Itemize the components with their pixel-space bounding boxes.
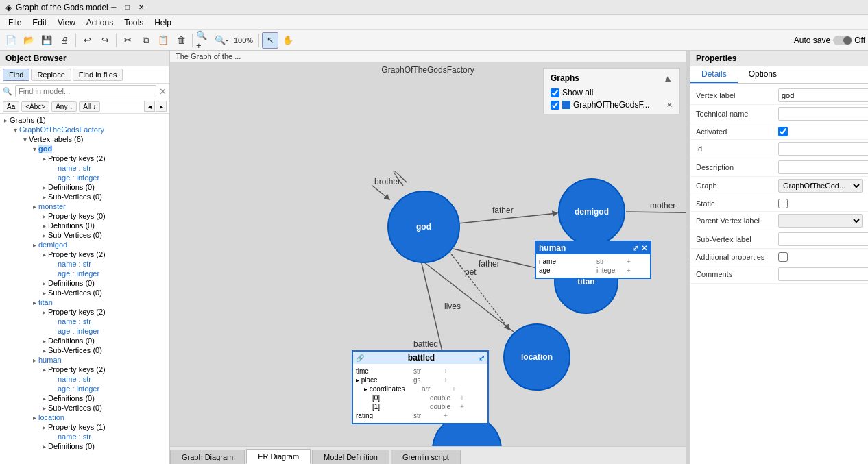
tree-node-monsterSubV[interactable]: ▸Sub-Vertices (0) — [0, 230, 169, 240]
tree-node-titanDefs[interactable]: ▸Definitions (0) — [0, 336, 169, 345]
filter-any-button[interactable]: Any ↓ — [51, 101, 77, 112]
human-popup-title: human — [539, 243, 566, 253]
human-popup-expand[interactable]: ⤢ — [632, 244, 638, 253]
tab-er-diagram[interactable]: ER Diagram — [246, 449, 311, 464]
sub-vertex-input[interactable] — [778, 232, 868, 246]
tree-node-location[interactable]: ▸location — [0, 413, 169, 422]
static-checkbox[interactable] — [778, 199, 788, 208]
tree-node-demigodAge[interactable]: age : integer — [0, 269, 169, 278]
tree-node-demigodSubV[interactable]: ▸Sub-Vertices (0) — [0, 288, 169, 297]
tree-node-demigodDefs[interactable]: ▸Definitions (0) — [0, 278, 169, 288]
tree-node-humanDefs[interactable]: ▸Definitions (0) — [0, 393, 169, 403]
toggle-track[interactable] — [833, 36, 852, 45]
tree-node-godSubV[interactable]: ▸Sub-Vertices (0) — [0, 192, 169, 202]
filter-prev-button[interactable]: ◂ — [144, 101, 155, 112]
menu-actions[interactable]: Actions — [81, 16, 119, 29]
save-button[interactable]: 💾 — [38, 32, 55, 49]
tree-node-demigodName[interactable]: name : str — [0, 259, 169, 269]
open-button[interactable]: 📂 — [21, 32, 37, 49]
undo-button[interactable]: ↩ — [79, 32, 95, 49]
tree-node-locationDefs[interactable]: ▸Definitions (0) — [0, 441, 169, 451]
menu-edit[interactable]: Edit — [27, 16, 52, 29]
tab-graph-diagram[interactable]: Graph Diagram — [170, 450, 245, 464]
replace-button[interactable]: Replace — [31, 69, 71, 81]
tree-node-monsterProps[interactable]: ▸Property keys (0) — [0, 211, 169, 221]
filter-abc-button[interactable]: <Abc> — [21, 101, 49, 112]
graphs-item-checkbox-1[interactable] — [551, 101, 559, 110]
filter-aa-button[interactable]: Aa — [3, 101, 19, 112]
paste-button[interactable]: 📋 — [155, 32, 171, 49]
tree-node-god[interactable]: ▾god — [0, 144, 169, 154]
tree-node-godAge[interactable]: age : integer — [0, 173, 169, 182]
tree-node-godDefs[interactable]: ▸Definitions (0) — [0, 182, 169, 192]
tree-node-titanName[interactable]: name : str — [0, 317, 169, 326]
tree-node-locationProps[interactable]: ▸Property keys (1) — [0, 422, 169, 432]
tree-node-monster[interactable]: ▸monster — [0, 202, 169, 211]
activated-checkbox[interactable] — [778, 127, 788, 136]
diagram-canvas[interactable]: GraphOfTheGodsFactory brother father mot… — [170, 62, 686, 446]
vertex-label-input[interactable] — [778, 88, 868, 102]
find-in-files-button[interactable]: Find in files — [73, 69, 123, 81]
battled-popup-expand[interactable]: ⤢ — [479, 354, 485, 363]
tree-node-humanProps[interactable]: ▸Property keys (2) — [0, 365, 169, 374]
autosave-toggle[interactable]: Off — [833, 36, 865, 45]
cut-button[interactable]: ✂ — [119, 32, 136, 49]
tree-node-demigodProps[interactable]: ▸Property keys (2) — [0, 249, 169, 259]
find-bar: Find Replace Find in files — [0, 66, 169, 84]
human-popup-close[interactable]: ✕ — [641, 244, 647, 253]
tree-node-titanSubV[interactable]: ▸Sub-Vertices (0) — [0, 345, 169, 355]
cursor-button[interactable]: ↖ — [262, 32, 278, 49]
tree-node-vertexLabels[interactable]: ▾Vertex labels (6) — [0, 134, 169, 144]
clear-search-button[interactable]: ✕ — [159, 86, 167, 97]
tree-node-locationName[interactable]: name : str — [0, 432, 169, 441]
tree-node-humanSubV[interactable]: ▸Sub-Vertices (0) — [0, 403, 169, 413]
zoom-in-button[interactable]: 🔍+ — [195, 32, 212, 49]
comments-input[interactable] — [778, 267, 868, 281]
close-button[interactable]: ✕ — [136, 2, 147, 13]
tree-node-titanAge[interactable]: age : integer — [0, 326, 169, 336]
tab-gremlin-script[interactable]: Gremlin script — [391, 450, 461, 464]
menu-help[interactable]: Help — [149, 16, 177, 29]
find-button[interactable]: Find — [3, 69, 29, 81]
new-button[interactable]: 📄 — [3, 32, 19, 49]
tree-node-demigod[interactable]: ▸demigod — [0, 240, 169, 249]
toolbar: 📄 📂 💾 🖨 ↩ ↪ ✂ ⧉ 📋 🗑 🔍+ 🔍- 100% ↖ ✋ Auto … — [0, 30, 868, 51]
tree-node-humanAge[interactable]: age : integer — [0, 384, 169, 393]
tab-details[interactable]: Details — [690, 66, 738, 83]
tab-options[interactable]: Options — [738, 66, 788, 83]
menu-tools[interactable]: Tools — [119, 16, 149, 29]
redo-button[interactable]: ↪ — [97, 32, 113, 49]
minimize-button[interactable]: ─ — [108, 2, 119, 13]
additional-checkbox[interactable] — [778, 252, 788, 262]
menu-view[interactable]: View — [52, 16, 81, 29]
tree-node-graphs[interactable]: ▸Graphs (1) — [0, 115, 169, 125]
graphs-panel-close[interactable]: ▲ — [663, 73, 673, 84]
delete-button[interactable]: 🗑 — [173, 32, 189, 49]
tree-node-titan[interactable]: ▸titan — [0, 297, 169, 307]
tree-node-human[interactable]: ▸human — [0, 355, 169, 365]
pan-button[interactable]: ✋ — [280, 32, 296, 49]
tree-node-graphOfTheGodsFactory[interactable]: ▾GraphOfTheGodsFactory — [0, 125, 169, 134]
description-input[interactable] — [778, 160, 868, 174]
tree-node-godProps[interactable]: ▸Property keys (2) — [0, 154, 169, 163]
print-button[interactable]: 🖨 — [56, 32, 73, 49]
tab-model-definition[interactable]: Model Definition — [312, 450, 389, 464]
copy-button[interactable]: ⧉ — [137, 32, 154, 49]
tree-node-humanName[interactable]: name : str — [0, 374, 169, 384]
maximize-button[interactable]: □ — [122, 2, 133, 13]
toolbar-sep-1 — [75, 34, 76, 47]
tree-node-titanProps[interactable]: ▸Property keys (2) — [0, 307, 169, 317]
menu-file[interactable]: File — [3, 16, 27, 29]
graphs-item-close-1[interactable]: ✕ — [666, 101, 673, 110]
search-input[interactable] — [15, 85, 156, 97]
show-all-checkbox[interactable] — [551, 88, 559, 97]
parent-vertex-select[interactable] — [778, 214, 863, 228]
filter-all-button[interactable]: All ↓ — [79, 101, 100, 112]
filter-next-button[interactable]: ▸ — [156, 101, 167, 112]
graph-select[interactable]: GraphOfTheGod... — [778, 179, 863, 193]
technical-name-input[interactable] — [778, 107, 868, 121]
id-input[interactable] — [778, 142, 868, 156]
tree-node-monsterDefs[interactable]: ▸Definitions (0) — [0, 221, 169, 230]
zoom-out-button[interactable]: 🔍- — [213, 32, 230, 49]
tree-node-godName[interactable]: name : str — [0, 163, 169, 173]
